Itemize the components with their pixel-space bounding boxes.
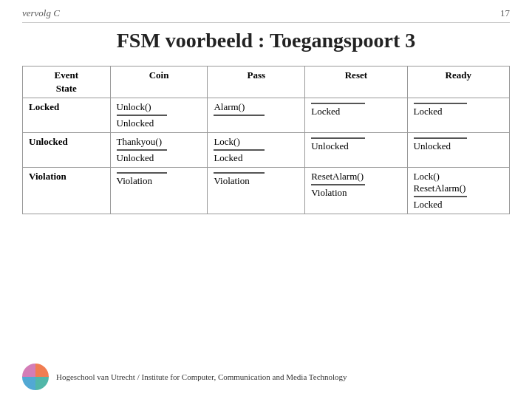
cell-action: Lock() xyxy=(214,136,299,148)
page-number: 17 xyxy=(500,7,510,19)
cell-next-state: Locked xyxy=(414,199,503,211)
cell-divider xyxy=(311,137,365,139)
cell-divider xyxy=(214,172,265,174)
cell-pass: Violation xyxy=(208,168,305,214)
cell-next-state: Unlocked xyxy=(117,152,202,164)
cell-divider xyxy=(414,196,468,197)
cell-coin: Violation xyxy=(110,168,208,214)
cell-divider xyxy=(117,115,168,116)
table-row: UnlockedThankyou()UnlockedLock()LockedUn… xyxy=(23,133,510,168)
cell-action: Lock()ResetAlarm() xyxy=(414,171,503,194)
col-header-coin: Coin xyxy=(110,66,208,98)
state-cell: Unlocked xyxy=(23,133,111,168)
cell-next-state: Unlocked xyxy=(414,140,503,152)
cell-pass: Lock()Locked xyxy=(208,133,305,168)
table-row: LockedUnlock()UnlockedAlarm()LockedLocke… xyxy=(23,98,510,133)
cell-divider xyxy=(214,115,265,116)
table-row: ViolationViolationViolationResetAlarm()V… xyxy=(23,168,510,214)
col-header-ready: Ready xyxy=(407,66,509,98)
cell-ready: Lock()ResetAlarm()Locked xyxy=(407,168,509,214)
cell-next-state: Unlocked xyxy=(117,117,202,129)
cell-coin: Thankyou()Unlocked xyxy=(110,133,208,168)
fsm-table: Event State Coin Pass Reset Ready Locked… xyxy=(22,66,510,214)
cell-action: Unlock() xyxy=(117,101,202,113)
cell-ready: Unlocked xyxy=(407,133,509,168)
cell-divider xyxy=(311,103,365,104)
cell-next-state: Violation xyxy=(117,175,202,187)
logo-icon xyxy=(22,364,49,390)
footer-text: Hogeschool van Utrecht / Institute for C… xyxy=(56,372,347,381)
state-cell: Violation xyxy=(23,168,111,214)
cell-divider xyxy=(117,149,168,151)
cell-divider xyxy=(414,137,468,139)
cell-next-state: Unlocked xyxy=(311,140,400,152)
cell-next-state: Violation xyxy=(214,175,299,187)
cell-reset: ResetAlarm()Violation xyxy=(305,168,407,214)
col-header-event-state: Event State xyxy=(23,66,111,98)
col-header-pass: Pass xyxy=(208,66,305,98)
footer: Hogeschool van Utrecht / Institute for C… xyxy=(22,364,510,390)
cell-next-state: Locked xyxy=(414,106,503,117)
cell-reset: Unlocked xyxy=(305,133,407,168)
cell-divider xyxy=(414,103,468,104)
cell-ready: Locked xyxy=(407,98,509,133)
cell-pass: Alarm() xyxy=(208,98,305,133)
cell-coin: Unlock()Unlocked xyxy=(110,98,208,133)
cell-divider xyxy=(117,172,168,174)
cell-reset: Locked xyxy=(305,98,407,133)
main-title: FSM voorbeeld : Toegangspoort 3 xyxy=(22,29,510,52)
cell-next-state: Locked xyxy=(214,152,299,164)
cell-action: Alarm() xyxy=(214,101,299,113)
page-subtitle: vervolg C xyxy=(22,7,60,19)
cell-next-state: Violation xyxy=(311,187,400,199)
cell-action: Thankyou() xyxy=(117,136,202,148)
cell-action: ResetAlarm() xyxy=(311,171,400,183)
cell-divider xyxy=(311,184,365,185)
col-header-reset: Reset xyxy=(305,66,407,98)
state-cell: Locked xyxy=(23,98,111,133)
cell-next-state: Locked xyxy=(311,106,400,117)
cell-divider xyxy=(214,149,265,151)
